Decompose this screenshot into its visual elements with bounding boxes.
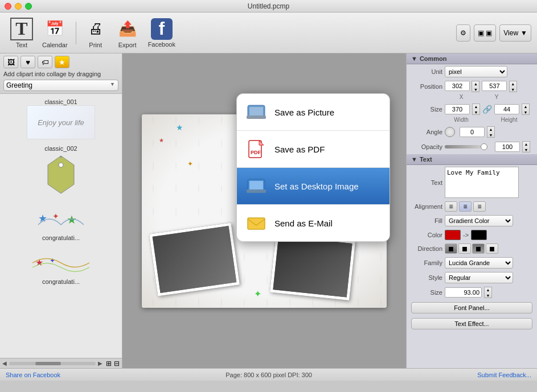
toolbar-text[interactable]: T Text bbox=[10, 18, 33, 48]
toolbar-calendar[interactable]: 📅 Calendar bbox=[42, 18, 68, 48]
svg-rect-14 bbox=[249, 107, 263, 116]
angle-dial[interactable] bbox=[445, 127, 455, 137]
canvas-area[interactable]: 📷 Love Family bbox=[122, 53, 406, 368]
clipart-thumb-2[interactable] bbox=[41, 152, 81, 197]
share-facebook-link[interactable]: Share on Facebook bbox=[6, 372, 60, 378]
toolbar-export[interactable]: 📤 Export bbox=[116, 18, 139, 48]
list-item: classic_001 Enjoy your life bbox=[0, 98, 122, 139]
position-row: Position ▲ ▼ ▲ ▼ bbox=[407, 79, 537, 94]
category-select[interactable]: Greeting bbox=[3, 80, 118, 91]
dir-btn-4[interactable]: ◼ bbox=[486, 244, 498, 254]
pos-y-stepper[interactable]: ▲ ▼ bbox=[509, 81, 517, 92]
popup-save-picture[interactable]: Save as Picture bbox=[237, 94, 390, 131]
link-icon: 🔗 bbox=[482, 105, 492, 114]
svg-text:PDF: PDF bbox=[251, 150, 261, 155]
position-y-input[interactable] bbox=[482, 81, 507, 91]
opacity-input[interactable] bbox=[495, 142, 520, 152]
clipart-thumb-3[interactable]: ★ ✦ ★ bbox=[27, 203, 95, 234]
save-picture-label: Save as Picture bbox=[274, 108, 334, 117]
sidebar-heart-icon[interactable]: ♥ bbox=[21, 56, 35, 68]
sidebar-item-label: classic_001 bbox=[44, 98, 77, 105]
text-input[interactable]: Love My Family bbox=[445, 167, 519, 198]
dir-btn-2[interactable]: ◼ bbox=[458, 244, 471, 254]
scroll-thumb[interactable] bbox=[35, 362, 62, 365]
fill-select[interactable]: Gradient Color bbox=[445, 215, 513, 226]
page-size-large-btn[interactable]: ⊟ bbox=[114, 360, 120, 368]
align-left-button[interactable]: ≡ bbox=[445, 201, 457, 212]
list-item: ★ ✦ congratulati... bbox=[0, 247, 122, 285]
maximize-button[interactable] bbox=[25, 3, 32, 10]
clipart-thumb-4[interactable]: ★ ✦ bbox=[27, 247, 95, 278]
color-to-swatch[interactable] bbox=[471, 230, 487, 240]
font-size-stepper[interactable]: ▲ ▼ bbox=[484, 287, 492, 298]
sidebar: 🖼 ♥ 🏷 ★ Add clipart into collage by drag… bbox=[0, 53, 122, 368]
pos-x-stepper[interactable]: ▲ ▼ bbox=[472, 81, 479, 92]
clipart-thumb-1[interactable]: Enjoy your life bbox=[27, 105, 95, 139]
sidebar-photo-icon[interactable]: 🖼 bbox=[3, 56, 18, 68]
color-row: Color -> bbox=[407, 228, 537, 242]
align-center-button[interactable]: ≡ bbox=[459, 201, 472, 212]
style-select[interactable]: Regular bbox=[445, 272, 513, 283]
dir-btn-1[interactable]: ◼ bbox=[445, 244, 457, 254]
text-field-label: Text bbox=[411, 179, 442, 186]
view-label: View bbox=[503, 29, 518, 37]
font-panel-button[interactable]: Font Panel... bbox=[411, 302, 532, 313]
popup-send-email[interactable]: Send as E-Mail bbox=[237, 205, 390, 241]
width-input[interactable] bbox=[445, 104, 470, 114]
toolbar-export-label: Export bbox=[118, 42, 137, 48]
page-size-small-btn[interactable]: ⊞ bbox=[106, 360, 112, 368]
settings-button[interactable]: ⚙ bbox=[456, 24, 470, 42]
opacity-thumb[interactable] bbox=[481, 143, 487, 150]
opacity-stepper[interactable]: ▲ ▼ bbox=[522, 141, 530, 152]
text-effect-wrapper: Text Effect... bbox=[407, 316, 537, 332]
height-stepper[interactable]: ▲ ▼ bbox=[522, 104, 530, 115]
toolbar-facebook[interactable]: f Facebook bbox=[148, 18, 175, 48]
close-button[interactable] bbox=[5, 3, 11, 10]
sidebar-star-icon[interactable]: ★ bbox=[55, 56, 69, 68]
send-email-icon bbox=[246, 213, 267, 233]
alignment-row: Alignment ≡ ≡ ≡ bbox=[407, 200, 537, 213]
font-size-row: Size ▲ ▼ bbox=[407, 285, 537, 300]
position-xy-group: ▲ ▼ ▲ ▼ bbox=[445, 81, 517, 92]
save-pdf-label: Save as PDF bbox=[274, 145, 325, 154]
angle-stepper[interactable]: ▲ ▼ bbox=[487, 126, 495, 138]
right-panel: ▼ Common Unit pixel Position ▲ ▼ bbox=[406, 53, 537, 368]
calendar-icon: 📅 bbox=[43, 18, 66, 40]
size-labels-row: Width Height bbox=[407, 117, 537, 125]
popup-set-desktop[interactable]: Set as Desktop Image bbox=[237, 168, 390, 205]
family-select[interactable]: Lucida Grande bbox=[445, 257, 513, 269]
toolbar-divider-1 bbox=[76, 22, 76, 44]
popup-save-pdf[interactable]: PDF Save as PDF bbox=[237, 131, 390, 168]
alignment-label: Alignment bbox=[411, 203, 442, 210]
align-right-button[interactable]: ≡ bbox=[473, 201, 486, 212]
photo-2[interactable] bbox=[149, 222, 240, 296]
toolbar: T Text 📅 Calendar 🖨 Print 📤 Export f Fac… bbox=[0, 13, 537, 53]
view-toggle-button[interactable]: ▣ ▣ bbox=[474, 24, 496, 42]
sidebar-icon-bar: 🖼 ♥ 🏷 ★ bbox=[3, 56, 118, 68]
view-button[interactable]: View ▼ bbox=[499, 24, 531, 42]
toolbar-print[interactable]: 🖨 Print bbox=[84, 18, 107, 48]
text-effect-button[interactable]: Text Effect... bbox=[411, 318, 532, 329]
svg-point-1 bbox=[59, 163, 63, 167]
toolbar-print-label: Print bbox=[89, 42, 102, 48]
scroll-right-btn[interactable]: ▶ bbox=[98, 360, 103, 366]
unit-select[interactable]: pixel bbox=[445, 66, 507, 77]
position-x-input[interactable] bbox=[445, 81, 470, 91]
page-info: Page: 800 x 600 pixel DPI: 300 bbox=[226, 372, 312, 378]
width-stepper[interactable]: ▲ ▼ bbox=[472, 104, 480, 115]
font-size-input[interactable] bbox=[445, 287, 482, 298]
minimize-button[interactable] bbox=[15, 3, 22, 10]
color-from-swatch[interactable] bbox=[445, 230, 461, 240]
photo-3[interactable] bbox=[270, 232, 355, 300]
height-input[interactable] bbox=[494, 104, 519, 114]
angle-input[interactable] bbox=[460, 127, 485, 137]
set-desktop-icon bbox=[246, 176, 267, 196]
sidebar-tag-icon[interactable]: 🏷 bbox=[38, 56, 52, 68]
submit-feedback-link[interactable]: Submit Feedback... bbox=[477, 372, 531, 378]
y-label: Y bbox=[480, 94, 513, 100]
dir-btn-3[interactable]: ◼ bbox=[472, 244, 485, 254]
scroll-left-btn[interactable]: ◀ bbox=[2, 360, 7, 366]
settings-icon: ⚙ bbox=[460, 29, 466, 37]
opacity-slider[interactable] bbox=[445, 145, 490, 148]
opacity-label: Opacity bbox=[411, 143, 442, 150]
